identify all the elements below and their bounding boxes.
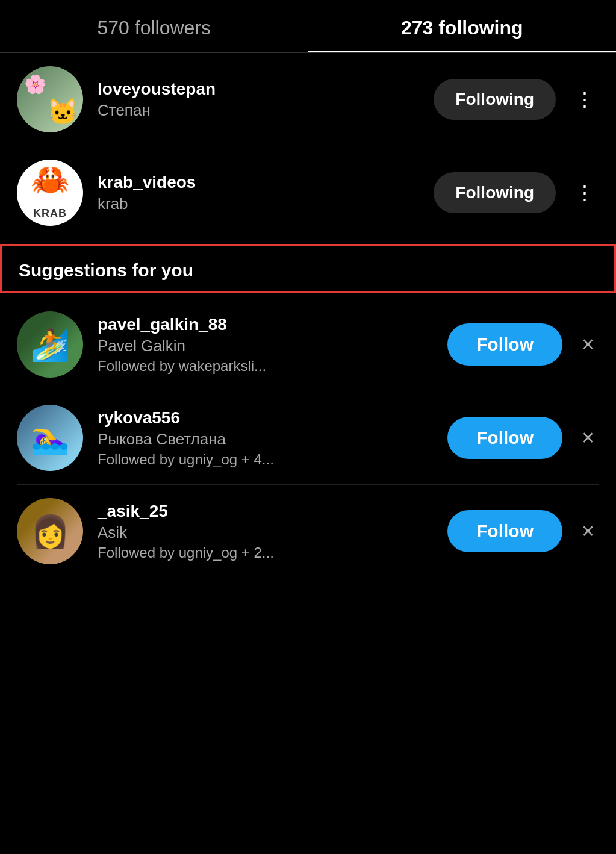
username: pavel_galkin_88 — [98, 315, 433, 334]
user-info: _asik_25 Asik Followed by ugniy_og + 2..… — [98, 502, 433, 561]
mutual-follow: Followed by ugniy_og + 2... — [98, 544, 433, 561]
follow-button[interactable]: Follow — [447, 417, 562, 459]
suggestion-item: pavel_galkin_88 Pavel Galkin Followed by… — [0, 298, 616, 391]
username: rykova556 — [98, 408, 433, 428]
followers-count: 570 followers — [97, 17, 211, 39]
more-options-icon[interactable]: ⋮ — [570, 83, 599, 116]
user-info: krab_videos krab — [98, 173, 419, 213]
follow-button[interactable]: Follow — [447, 510, 562, 552]
username: loveyoustepan — [98, 79, 419, 99]
follow-button[interactable]: Follow — [447, 323, 562, 366]
suggestions-list: pavel_galkin_88 Pavel Galkin Followed by… — [0, 298, 616, 578]
more-options-icon[interactable]: ⋮ — [570, 176, 599, 209]
tab-followers[interactable]: 570 followers — [0, 0, 308, 52]
user-item: 🦀 KRAB krab_videos krab Following ⋮ — [0, 146, 616, 239]
dismiss-icon[interactable]: × — [577, 422, 599, 453]
following-button[interactable]: Following — [434, 79, 556, 120]
dismiss-icon[interactable]: × — [577, 329, 599, 360]
following-button[interactable]: Following — [434, 172, 556, 213]
avatar — [17, 66, 83, 132]
suggestion-item: rykova556 Рыкова Светлана Followed by ug… — [0, 391, 616, 484]
user-item: loveyoustepan Степан Following ⋮ — [0, 53, 616, 146]
avatar: 🦀 KRAB — [17, 160, 83, 226]
user-info: rykova556 Рыкова Светлана Followed by ug… — [98, 408, 433, 468]
user-info: pavel_galkin_88 Pavel Galkin Followed by… — [98, 315, 433, 375]
display-name: Степан — [98, 101, 419, 120]
tabs-bar: 570 followers 273 following — [0, 0, 616, 53]
username: _asik_25 — [98, 502, 433, 521]
avatar — [17, 311, 83, 378]
avatar — [17, 405, 83, 471]
following-list: loveyoustepan Степан Following ⋮ 🦀 KRAB … — [0, 53, 616, 239]
dismiss-icon[interactable]: × — [577, 516, 599, 547]
username: krab_videos — [98, 173, 419, 192]
suggestion-item: _asik_25 Asik Followed by ugniy_og + 2..… — [0, 485, 616, 578]
display-name: Asik — [98, 523, 433, 542]
following-count: 273 following — [401, 17, 523, 39]
tab-following[interactable]: 273 following — [308, 0, 617, 52]
display-name: Рыкова Светлана — [98, 430, 433, 449]
mutual-follow: Followed by ugniy_og + 4... — [98, 451, 433, 468]
mutual-follow: Followed by wakeparksli... — [98, 358, 433, 375]
display-name: krab — [98, 195, 419, 213]
suggestions-header: Suggestions for you — [0, 244, 616, 293]
display-name: Pavel Galkin — [98, 337, 433, 355]
user-info: loveyoustepan Степан — [98, 79, 419, 120]
avatar — [17, 498, 83, 564]
